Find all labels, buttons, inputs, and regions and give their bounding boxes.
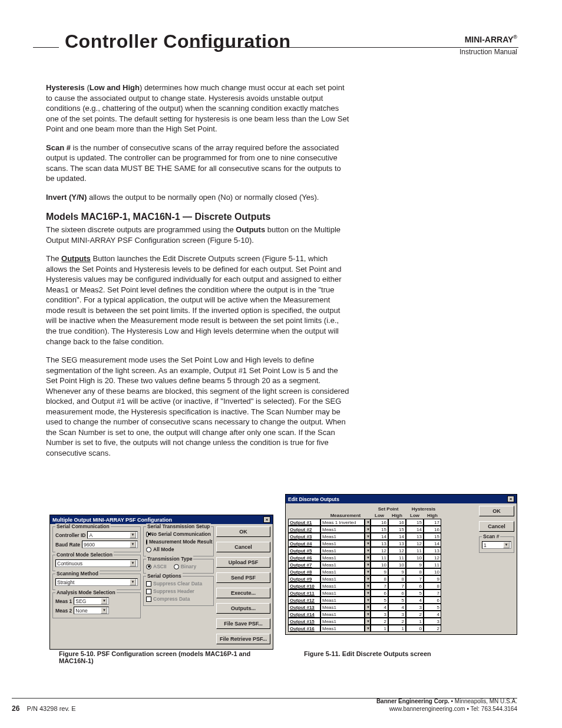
radio-all-mode[interactable] [146, 547, 151, 552]
hy-high-cell[interactable]: 4 [424, 611, 441, 618]
sp-low-cell[interactable]: 12 [371, 547, 388, 554]
chevron-down-icon[interactable]: ▼ [365, 611, 371, 618]
sp-high-cell[interactable]: 10 [388, 561, 406, 568]
hy-high-cell[interactable]: 12 [424, 554, 441, 561]
measurement-cell[interactable]: Meas1 [320, 625, 365, 632]
measurement-cell[interactable]: Meas1 [320, 604, 365, 611]
hy-high-cell[interactable]: 11 [424, 561, 441, 568]
radio-no-serial[interactable] [146, 532, 148, 537]
radio-mmr[interactable] [146, 539, 147, 545]
measurement-cell[interactable]: Meas1 [320, 582, 365, 589]
sp-low-cell[interactable]: 7 [371, 582, 388, 589]
hy-high-cell[interactable]: 16 [424, 526, 441, 533]
sp-low-cell[interactable]: 5 [371, 597, 388, 604]
sp-low-cell[interactable]: 8 [371, 575, 388, 582]
ok-button[interactable]: OK [216, 526, 270, 537]
sp-high-cell[interactable]: 1 [388, 625, 406, 632]
hy-high-cell[interactable]: 14 [424, 540, 441, 547]
hy-high-cell[interactable]: 17 [424, 519, 441, 526]
controller-id-select[interactable]: A▼ [87, 531, 138, 539]
close-icon[interactable]: × [263, 516, 270, 523]
chevron-down-icon[interactable]: ▼ [365, 582, 371, 589]
hy-low-cell[interactable]: 9 [406, 561, 424, 568]
chevron-down-icon[interactable]: ▼ [503, 542, 510, 548]
hy-low-cell[interactable]: 0 [406, 625, 424, 632]
measurement-cell[interactable]: Meas1 [320, 597, 365, 604]
radio-binary[interactable] [174, 564, 179, 569]
chevron-down-icon[interactable]: ▼ [365, 547, 371, 554]
file-retrieve-psf-button[interactable]: File Retrieve PSF... [216, 634, 270, 644]
chevron-down-icon[interactable]: ▼ [365, 554, 371, 561]
hy-low-cell[interactable]: 6 [406, 582, 424, 589]
chevron-down-icon[interactable]: ▼ [130, 560, 136, 566]
measurement-cell[interactable]: Meas1 [320, 611, 365, 618]
chevron-down-icon[interactable]: ▼ [130, 579, 136, 585]
measurement-cell[interactable]: Meas1 [320, 547, 365, 554]
sp-low-cell[interactable]: 15 [371, 526, 388, 533]
radio-ascii[interactable] [146, 564, 151, 569]
sp-low-cell[interactable]: 11 [371, 554, 388, 561]
hy-high-cell[interactable]: 13 [424, 547, 441, 554]
hy-low-cell[interactable]: 8 [406, 568, 424, 575]
sp-high-cell[interactable]: 12 [388, 547, 406, 554]
hy-high-cell[interactable]: 6 [424, 597, 441, 604]
measurement-cell[interactable]: Meas1 [320, 554, 365, 561]
sp-high-cell[interactable]: 13 [388, 540, 406, 547]
chevron-down-icon[interactable]: ▼ [130, 532, 136, 538]
sp-low-cell[interactable]: 13 [371, 540, 388, 547]
sp-high-cell[interactable]: 11 [388, 554, 406, 561]
chevron-down-icon[interactable]: ▼ [365, 604, 371, 611]
meas1-select[interactable]: SEG▼ [74, 597, 109, 605]
sp-low-cell[interactable]: 6 [371, 589, 388, 597]
sp-high-cell[interactable]: 2 [388, 618, 406, 625]
hy-high-cell[interactable]: 2 [424, 625, 441, 632]
ok-button[interactable]: OK [479, 506, 514, 516]
sp-high-cell[interactable]: 8 [388, 575, 406, 582]
sp-low-cell[interactable]: 2 [371, 618, 388, 625]
chevron-down-icon[interactable]: ▼ [365, 519, 371, 526]
sp-high-cell[interactable]: 9 [388, 568, 406, 575]
chevron-down-icon[interactable]: ▼ [365, 561, 371, 568]
check-suppress-clear[interactable] [146, 581, 151, 587]
sp-high-cell[interactable]: 7 [388, 582, 406, 589]
close-icon[interactable]: × [507, 496, 514, 502]
baud-rate-select[interactable]: 9600▼ [82, 541, 138, 548]
sp-high-cell[interactable]: 6 [388, 589, 406, 597]
measurement-cell[interactable]: Meas1 [320, 561, 365, 568]
measurement-cell[interactable]: Meas1 [320, 618, 365, 625]
hy-low-cell[interactable]: 10 [406, 554, 424, 561]
chevron-down-icon[interactable]: ▼ [365, 526, 371, 533]
chevron-down-icon[interactable]: ▼ [365, 540, 371, 547]
sp-low-cell[interactable]: 1 [371, 625, 388, 632]
sp-low-cell[interactable]: 9 [371, 568, 388, 575]
sp-high-cell[interactable]: 3 [388, 611, 406, 618]
sp-low-cell[interactable]: 16 [371, 519, 388, 526]
chevron-down-icon[interactable]: ▼ [365, 589, 371, 597]
measurement-cell[interactable]: Meas1 [320, 568, 365, 575]
cancel-button[interactable]: Cancel [216, 542, 270, 552]
chevron-down-icon[interactable]: ▼ [130, 541, 136, 548]
sp-high-cell[interactable]: 14 [388, 533, 406, 540]
sp-low-cell[interactable]: 4 [371, 604, 388, 611]
hy-low-cell[interactable]: 3 [406, 604, 424, 611]
sp-high-cell[interactable]: 5 [388, 597, 406, 604]
upload-psf-button[interactable]: Upload PSF [216, 557, 270, 568]
hy-low-cell[interactable]: 15 [406, 519, 424, 526]
measurement-cell[interactable]: Meas1 [320, 533, 365, 540]
chevron-down-icon[interactable]: ▼ [365, 533, 371, 540]
measurement-cell[interactable]: Meas1 [320, 589, 365, 597]
outputs-button[interactable]: Outputs... [216, 603, 270, 614]
hy-low-cell[interactable]: 1 [406, 618, 424, 625]
sp-high-cell[interactable]: 16 [388, 519, 406, 526]
hy-low-cell[interactable]: 13 [406, 533, 424, 540]
cancel-button[interactable]: Cancel [479, 521, 514, 532]
chevron-down-icon[interactable]: ▼ [101, 607, 107, 614]
sp-low-cell[interactable]: 10 [371, 561, 388, 568]
hy-low-cell[interactable]: 11 [406, 547, 424, 554]
chevron-down-icon[interactable]: ▼ [365, 618, 371, 625]
scan-number-select[interactable]: 1▼ [482, 541, 511, 549]
chevron-down-icon[interactable]: ▼ [365, 625, 371, 632]
hy-high-cell[interactable]: 10 [424, 568, 441, 575]
meas2-select[interactable]: None▼ [74, 607, 109, 614]
hy-low-cell[interactable]: 5 [406, 589, 424, 597]
